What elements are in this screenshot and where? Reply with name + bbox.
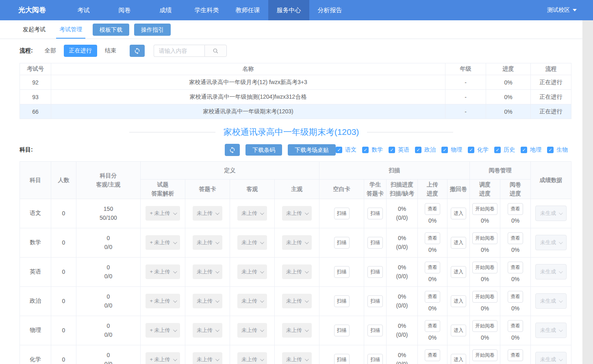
nav-item[interactable]: 考试 [63,0,104,20]
question-analysis-dropdown[interactable]: + 未上传 [146,352,180,364]
start-marking-button[interactable]: 开始阅卷 [472,349,497,361]
scan-blank-button[interactable]: 扫描 [334,266,350,278]
filter-finished[interactable]: 结束 [105,47,116,54]
scan-student-button[interactable]: 扫描 [367,237,383,249]
subject-checkbox[interactable]: 化学 [468,146,489,154]
enter-recall-button[interactable]: 进入 [451,354,466,364]
score-data-dropdown[interactable]: 未生成 [535,235,567,250]
tab-exam-management[interactable]: 考试管理 [56,20,85,39]
score-data-dropdown[interactable]: 未生成 [535,293,567,309]
operation-guide-button[interactable]: 操作指引 [134,24,171,36]
scan-blank-button[interactable]: 扫描 [334,237,350,249]
exam-row[interactable]: 93 家校通讯录高中一年级抽测(1204)fwzx312合格 - 0% 正在进行 [20,90,571,104]
answer-card-dropdown[interactable]: 未上传 [193,352,222,364]
subjective-dropdown[interactable]: 未上传 [282,264,312,279]
view-upload-button[interactable]: 查看 [425,232,440,244]
answer-card-dropdown[interactable]: 未上传 [193,206,222,221]
objective-dropdown[interactable]: 未上传 [237,294,267,308]
subjective-dropdown[interactable]: 未上传 [282,235,312,250]
view-upload-button[interactable]: 查看 [425,203,440,215]
enter-recall-button[interactable]: 进入 [451,266,466,278]
view-upload-button[interactable]: 查看 [425,291,440,303]
subject-checkbox[interactable]: 数学 [362,146,383,154]
view-marking-button[interactable]: 查看 [508,320,523,332]
nav-item[interactable]: 教师任课 [227,0,268,20]
objective-dropdown[interactable]: 未上传 [237,323,267,338]
scrollbar-track[interactable] [582,20,593,364]
answer-card-dropdown[interactable]: 未上传 [193,294,222,308]
scan-student-button[interactable]: 扫描 [367,325,383,336]
subjective-dropdown[interactable]: 未上传 [282,323,312,338]
objective-dropdown[interactable]: 未上传 [237,206,267,221]
template-download-button[interactable]: 模板下载 [93,24,129,36]
scan-student-button[interactable]: 扫描 [367,266,383,278]
subject-checkbox[interactable]: 语文 [336,146,356,154]
answer-card-dropdown[interactable]: 未上传 [193,264,222,279]
objective-dropdown[interactable]: 未上传 [237,264,267,279]
question-analysis-dropdown[interactable]: + 未上传 [146,206,180,221]
nav-item[interactable]: 阅卷 [104,0,145,20]
score-data-dropdown[interactable]: 未生成 [535,323,567,338]
question-analysis-dropdown[interactable]: + 未上传 [146,235,180,250]
score-data-dropdown[interactable]: 未生成 [535,206,567,221]
question-analysis-dropdown[interactable]: + 未上传 [146,264,180,279]
scan-student-button[interactable]: 扫描 [367,208,383,219]
download-desk-label-button[interactable]: 下载考场桌贴 [288,144,336,156]
subject-checkbox[interactable]: 历史 [494,146,515,154]
subject-checkbox[interactable]: 地理 [521,146,541,154]
subjective-dropdown[interactable]: 未上传 [282,206,312,221]
campus-selector[interactable]: 测试校区 [547,0,593,20]
subject-checkbox[interactable]: 生物 [547,146,568,154]
score-data-dropdown[interactable]: 未生成 [535,264,567,280]
subject-checkbox[interactable]: 英语 [389,146,409,154]
start-marking-button[interactable]: 开始阅卷 [472,262,497,273]
tab-launch-exam[interactable]: 发起考试 [20,20,49,39]
exam-row[interactable]: 66 家校通讯录高中一年级期末考(1203) - 0% 正在进行 [20,104,571,119]
search-button[interactable] [204,45,227,57]
subject-checkbox[interactable]: 物理 [441,146,462,154]
start-marking-button[interactable]: 开始阅卷 [472,291,497,303]
enter-recall-button[interactable]: 进入 [451,325,466,336]
question-analysis-dropdown[interactable]: + 未上传 [146,323,180,338]
nav-item[interactable]: 学生科类 [186,0,227,20]
objective-dropdown[interactable]: 未上传 [237,235,267,250]
view-marking-button[interactable]: 查看 [508,203,523,215]
scan-student-button[interactable]: 扫描 [367,354,383,364]
subject-checkbox[interactable]: 政治 [415,146,436,154]
objective-dropdown[interactable]: 未上传 [237,352,267,364]
start-marking-button[interactable]: 开始阅卷 [472,203,497,215]
question-analysis-dropdown[interactable]: + 未上传 [146,294,180,308]
subjective-dropdown[interactable]: 未上传 [282,294,312,308]
enter-recall-button[interactable]: 进入 [451,208,466,219]
view-marking-button[interactable]: 查看 [508,349,523,361]
view-marking-button[interactable]: 查看 [508,291,523,303]
scan-student-button[interactable]: 扫描 [367,295,383,307]
start-marking-button[interactable]: 开始阅卷 [472,320,497,332]
nav-item[interactable]: 分析报告 [309,0,350,20]
enter-recall-button[interactable]: 进入 [451,295,466,307]
start-marking-button[interactable]: 开始阅卷 [472,232,497,244]
scan-blank-button[interactable]: 扫描 [334,295,350,307]
view-marking-button[interactable]: 查看 [508,232,523,244]
answer-card-dropdown[interactable]: 未上传 [193,235,222,250]
nav-item[interactable]: 服务中心 [268,0,309,20]
search-input[interactable] [154,45,204,57]
nav-item[interactable]: 成绩 [145,0,186,20]
exam-row[interactable]: 92 家校通讯录高中一年级月考(12) fwzx新高考3+3 - 0% 正在进行 [20,75,571,90]
view-upload-button[interactable]: 查看 [425,349,440,361]
scan-blank-button[interactable]: 扫描 [334,208,350,219]
answer-card-dropdown[interactable]: 未上传 [193,323,222,338]
enter-recall-button[interactable]: 进入 [451,237,466,249]
refresh-subjects-button[interactable] [225,144,240,156]
filter-all[interactable]: 全部 [45,47,56,54]
subjective-dropdown[interactable]: 未上传 [282,352,312,364]
scan-blank-button[interactable]: 扫描 [334,325,350,336]
view-upload-button[interactable]: 查看 [425,262,440,273]
filter-running[interactable]: 正在进行 [64,45,97,57]
score-data-dropdown[interactable]: 未生成 [535,352,567,364]
view-marking-button[interactable]: 查看 [508,262,523,273]
download-barcode-button[interactable]: 下载条码 [245,144,282,156]
view-upload-button[interactable]: 查看 [425,320,440,332]
scan-blank-button[interactable]: 扫描 [334,354,350,364]
refresh-button[interactable] [130,45,145,57]
